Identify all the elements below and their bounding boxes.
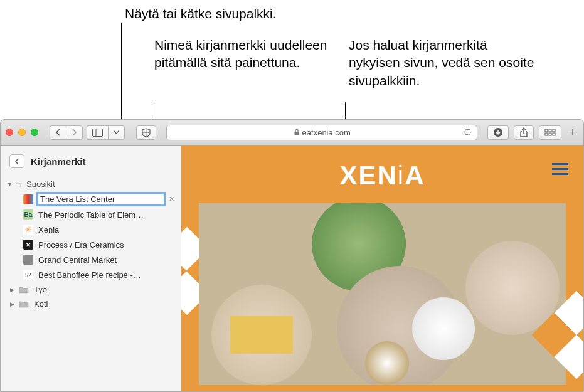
bookmark-label: The Periodic Table of Elem…	[38, 210, 144, 220]
favicon	[23, 255, 33, 265]
disclosure-triangle-icon: ▼	[7, 181, 13, 188]
svg-rect-0	[93, 129, 103, 136]
address-bar[interactable]: eatxenia.com	[166, 125, 477, 140]
bookmark-label[interactable]: The Vera List Center	[38, 194, 164, 204]
disclosure-triangle-icon: ▶	[10, 301, 16, 307]
minimize-button[interactable]	[18, 129, 26, 136]
sidebar-title: Kirjanmerkit	[31, 156, 86, 167]
hero-image	[199, 203, 566, 385]
svg-rect-6	[553, 129, 555, 132]
downloads-button[interactable]	[487, 125, 509, 140]
share-button[interactable]	[514, 125, 534, 140]
disclosure-triangle-icon: ▶	[10, 287, 16, 293]
favicon: ✕	[23, 240, 33, 250]
folder-label: Koti	[34, 299, 48, 309]
reload-icon[interactable]	[464, 128, 472, 137]
nav-buttons	[50, 125, 83, 140]
svg-rect-9	[553, 133, 555, 135]
folder-icon	[19, 286, 29, 294]
forward-button[interactable]	[66, 125, 83, 140]
sidebar-dropdown-button[interactable]	[108, 125, 125, 140]
bookmark-item-editing[interactable]: The Vera List Center ✕	[1, 191, 181, 207]
maximize-button[interactable]	[31, 129, 38, 136]
favorites-label: Suosikit	[26, 179, 55, 189]
logo-part: i	[398, 161, 405, 190]
sidebar-buttons	[87, 125, 125, 140]
bookmark-folder[interactable]: ▶ Koti	[1, 297, 181, 311]
bookmark-item[interactable]: 52 Best Banoffee Pie recipe -…	[1, 267, 181, 282]
bookmark-label: Process / Era Ceramics	[38, 240, 124, 250]
bookmark-label: Grand Central Market	[38, 255, 117, 265]
safari-window: eatxenia.com + Kirjanmerkit ▼ ☆ Suosikit…	[0, 119, 584, 392]
logo-part: A	[405, 161, 425, 190]
site-logo: XENiA	[181, 146, 583, 203]
bookmarks-sidebar: Kirjanmerkit ▼ ☆ Suosikit The Vera List …	[1, 146, 181, 391]
favicon: Ba	[23, 209, 33, 220]
logo-part: XEN	[339, 161, 397, 190]
window-controls	[6, 129, 38, 136]
folder-icon	[19, 300, 29, 308]
svg-rect-2	[294, 132, 299, 135]
folder-label: Työ	[34, 285, 47, 294]
favorites-section[interactable]: ▼ ☆ Suosikit	[1, 177, 181, 191]
toolbar: eatxenia.com +	[1, 120, 583, 146]
url-text: eatxenia.com	[302, 128, 351, 137]
tabs-button[interactable]	[539, 125, 561, 140]
bookmark-label: Best Banoffee Pie recipe -…	[38, 270, 141, 280]
back-button[interactable]	[50, 125, 66, 140]
close-button[interactable]	[6, 129, 13, 136]
svg-rect-5	[549, 129, 551, 132]
callout-rename: Nimeä kirjanmerkki uudelleen pitämällä s…	[154, 36, 330, 72]
favicon	[23, 225, 33, 235]
bookmark-item[interactable]: ✕ Process / Era Ceramics	[1, 237, 181, 252]
clear-icon[interactable]: ✕	[169, 195, 174, 203]
svg-rect-4	[545, 129, 548, 132]
favicon	[23, 194, 33, 204]
sidebar-toggle-button[interactable]	[87, 125, 108, 140]
hamburger-menu-icon[interactable]	[552, 163, 568, 175]
sidebar-back-button[interactable]	[9, 154, 24, 168]
callout-sidebar-toggle: Näytä tai kätke sivupalkki.	[125, 5, 277, 23]
privacy-report-button[interactable]	[136, 125, 156, 140]
new-tab-button[interactable]: +	[566, 126, 578, 139]
bookmark-label: Xenia	[38, 225, 59, 235]
svg-rect-8	[549, 133, 551, 135]
bookmark-item[interactable]: Grand Central Market	[1, 252, 181, 267]
bookmark-item[interactable]: Ba The Periodic Table of Elem…	[1, 207, 181, 222]
svg-rect-7	[545, 133, 548, 135]
bookmark-folder[interactable]: ▶ Työ	[1, 282, 181, 297]
star-icon: ☆	[16, 180, 23, 189]
page-content: XENiA	[181, 146, 583, 391]
lock-icon	[294, 129, 300, 136]
favicon: 52	[23, 270, 33, 280]
callout-drag: Jos haluat kirjanmerkitä nykyisen sivun,…	[349, 36, 537, 90]
bookmark-item[interactable]: Xenia	[1, 222, 181, 237]
